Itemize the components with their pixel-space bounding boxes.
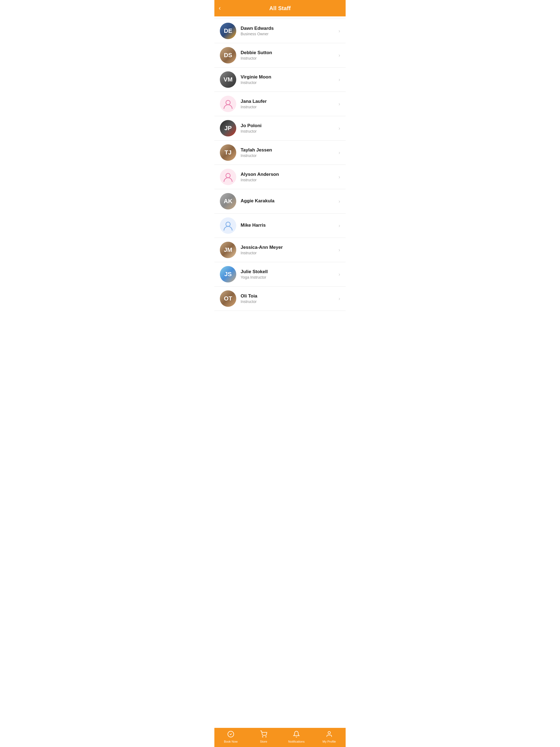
staff-info: Aggie Karakula: [240, 198, 336, 204]
chevron-right-icon: ›: [338, 52, 340, 58]
staff-role: Instructor: [240, 56, 336, 60]
staff-role: Instructor: [240, 178, 336, 182]
staff-avatar: [220, 96, 236, 112]
staff-avatar: JM: [220, 242, 236, 258]
staff-name: Jo Poloni: [240, 123, 336, 129]
svg-point-5: [266, 737, 266, 737]
staff-role: Instructor: [240, 80, 336, 85]
nav-profile-label: My Profile: [323, 740, 336, 743]
staff-list: DE Dawn Edwards Business Owner › DS Debb…: [214, 17, 346, 728]
staff-name: Dawn Edwards: [240, 26, 336, 31]
staff-role: Instructor: [240, 153, 336, 158]
staff-name: Oli Toia: [240, 293, 336, 299]
staff-avatar: [220, 217, 236, 234]
nav-notifications-label: Notifications: [288, 740, 305, 743]
chevron-right-icon: ›: [338, 150, 340, 156]
staff-avatar: DE: [220, 23, 236, 39]
staff-info: Jana Laufer Instructor: [240, 99, 336, 109]
staff-avatar: DS: [220, 47, 236, 63]
staff-info: Jo Poloni Instructor: [240, 123, 336, 133]
svg-point-0: [226, 100, 230, 105]
chevron-right-icon: ›: [338, 199, 340, 204]
staff-role: Instructor: [240, 129, 336, 133]
staff-role: Business Owner: [240, 32, 336, 36]
staff-role: Instructor: [240, 251, 336, 255]
staff-info: Mike Harris: [240, 223, 336, 229]
chevron-right-icon: ›: [338, 272, 340, 277]
staff-name: Alyson Anderson: [240, 172, 336, 177]
staff-avatar: OT: [220, 290, 236, 307]
staff-info: Dawn Edwards Business Owner: [240, 26, 336, 36]
staff-avatar: VM: [220, 71, 236, 88]
nav-book-label: Book Now: [224, 740, 238, 743]
staff-item[interactable]: JP Jo Poloni Instructor ›: [214, 116, 346, 140]
staff-info: Jessica-Ann Meyer Instructor: [240, 245, 336, 255]
staff-item[interactable]: TJ Taylah Jessen Instructor ›: [214, 140, 346, 165]
staff-role: Instructor: [240, 300, 336, 304]
staff-name: Julie Stokell: [240, 269, 336, 275]
staff-item[interactable]: Mike Harris ›: [214, 213, 346, 238]
staff-name: Virginie Moon: [240, 74, 336, 80]
chevron-right-icon: ›: [338, 174, 340, 180]
svg-point-4: [262, 737, 263, 737]
bottom-nav: Book Now Store Notifications My Pro: [214, 728, 346, 747]
staff-avatar: [220, 169, 236, 185]
staff-name: Jessica-Ann Meyer: [240, 245, 336, 250]
check-circle-icon: [227, 730, 234, 739]
chevron-right-icon: ›: [338, 77, 340, 83]
staff-name: Debbie Sutton: [240, 50, 336, 55]
staff-name: Aggie Karakula: [240, 198, 336, 204]
chevron-right-icon: ›: [338, 101, 340, 107]
staff-item[interactable]: JS Julie Stokell Yoga Instructor ›: [214, 262, 346, 287]
header: ‹ All Staff: [214, 0, 346, 17]
nav-item-profile[interactable]: My Profile: [313, 730, 346, 743]
chevron-right-icon: ›: [338, 126, 340, 131]
chevron-right-icon: ›: [338, 296, 340, 302]
staff-info: Oli Toia Instructor: [240, 293, 336, 304]
staff-name: Jana Laufer: [240, 99, 336, 104]
staff-avatar: AK: [220, 193, 236, 209]
staff-item[interactable]: JM Jessica-Ann Meyer Instructor ›: [214, 238, 346, 262]
svg-point-2: [226, 222, 230, 226]
shopping-cart-icon: [260, 730, 267, 739]
chevron-right-icon: ›: [338, 28, 340, 34]
staff-item[interactable]: AK Aggie Karakula ›: [214, 189, 346, 213]
bell-icon: [293, 730, 300, 739]
staff-info: Debbie Sutton Instructor: [240, 50, 336, 60]
staff-info: Taylah Jessen Instructor: [240, 147, 336, 158]
staff-info: Alyson Anderson Instructor: [240, 172, 336, 182]
staff-info: Julie Stokell Yoga Instructor: [240, 269, 336, 279]
staff-item[interactable]: Alyson Anderson Instructor ›: [214, 165, 346, 189]
staff-avatar: JP: [220, 120, 236, 136]
staff-avatar: JS: [220, 266, 236, 282]
staff-item[interactable]: VM Virginie Moon Instructor ›: [214, 68, 346, 92]
svg-point-6: [328, 731, 331, 734]
staff-name: Mike Harris: [240, 223, 336, 228]
staff-item[interactable]: DE Dawn Edwards Business Owner ›: [214, 19, 346, 43]
nav-item-store[interactable]: Store: [247, 730, 280, 743]
staff-item[interactable]: DS Debbie Sutton Instructor ›: [214, 43, 346, 68]
nav-item-book[interactable]: Book Now: [214, 730, 247, 743]
chevron-right-icon: ›: [338, 247, 340, 253]
staff-role: Instructor: [240, 105, 336, 109]
staff-info: Virginie Moon Instructor: [240, 74, 336, 85]
staff-role: Yoga Instructor: [240, 275, 336, 279]
back-button[interactable]: ‹: [219, 5, 221, 12]
svg-point-1: [226, 173, 230, 178]
staff-item[interactable]: OT Oli Toia Instructor ›: [214, 287, 346, 311]
staff-item[interactable]: Jana Laufer Instructor ›: [214, 92, 346, 116]
staff-avatar: TJ: [220, 145, 236, 161]
nav-item-notifications[interactable]: Notifications: [280, 730, 313, 743]
page-title: All Staff: [269, 5, 291, 11]
user-icon: [326, 730, 333, 739]
chevron-right-icon: ›: [338, 223, 340, 229]
staff-name: Taylah Jessen: [240, 147, 336, 153]
nav-store-label: Store: [260, 740, 267, 743]
